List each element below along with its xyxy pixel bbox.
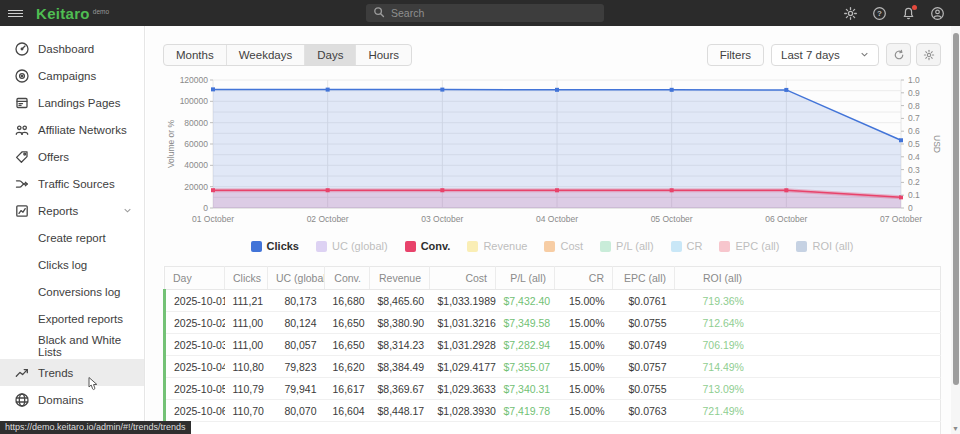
legend-item-p-l-all-[interactable]: P/L (all) (600, 240, 654, 252)
tab-hours[interactable]: Hours (356, 45, 411, 65)
sidebar-item-campaigns[interactable]: Campaigns (0, 62, 144, 89)
svg-text:1.0: 1.0 (908, 75, 920, 85)
column-header-uc-global-[interactable]: UC (global) (268, 267, 325, 290)
legend-color-swatch (405, 241, 416, 252)
refresh-button[interactable] (886, 43, 911, 66)
vertical-scrollbar[interactable]: ▼ (951, 26, 960, 434)
column-header-cost[interactable]: Cost (430, 267, 496, 290)
sidebar-item-dashboard[interactable]: Dashboard (0, 35, 144, 62)
cell-cr: 15.00% (555, 400, 613, 422)
legend-item-uc-global-[interactable]: UC (global) (316, 240, 388, 252)
tab-weekdays[interactable]: Weekdays (227, 45, 305, 65)
sidebar-item-affiliate-networks[interactable]: Affiliate Networks (0, 116, 144, 143)
cell-conv-: 16,650 (325, 312, 370, 334)
cell-clicks (225, 422, 268, 434)
column-header-roi-all-[interactable]: ROI (all) (675, 267, 941, 290)
table-row[interactable]: 2025-10-05110,7979,94116,617$8,369.67$1,… (165, 378, 941, 400)
legend-item-revenue[interactable]: Revenue (467, 240, 527, 252)
affiliate-icon (14, 122, 30, 138)
svg-text:05 October: 05 October (651, 214, 693, 224)
cell-p-l-all-: $7,349.58 (496, 312, 555, 334)
app-logo[interactable]: Keitaro demo (36, 5, 109, 22)
table-row[interactable]: 2025-10-04110,8079,82316,620$8,384.49$1,… (165, 356, 941, 378)
legend-color-swatch (796, 241, 807, 252)
column-header-day[interactable]: Day (165, 267, 225, 290)
tab-days[interactable]: Days (305, 45, 356, 65)
topbar: Keitaro demo ? (0, 0, 960, 26)
legend-item-clicks[interactable]: Clicks (251, 240, 299, 252)
cell-uc-global-: 79,823 (268, 356, 325, 378)
cell-epc-all-: $0.0749 (613, 334, 675, 356)
table-row[interactable] (165, 422, 941, 434)
cell-clicks: 110,80 (225, 356, 268, 378)
svg-text:?: ? (877, 9, 882, 18)
legend-item-cr[interactable]: CR (671, 240, 703, 252)
help-icon[interactable]: ? (871, 5, 888, 22)
cell-cost: $1,031.2928 (430, 334, 496, 356)
filters-button[interactable]: Filters (707, 44, 764, 66)
settings-button[interactable] (916, 43, 941, 66)
search-input[interactable] (391, 7, 597, 19)
sidebar-item-reports[interactable]: Reports (0, 197, 144, 224)
cell-clicks: 110,70 (225, 400, 268, 422)
column-header-conv-[interactable]: Conv. (325, 267, 370, 290)
trends-chart[interactable]: 02000040000600008000010000012000000.10.2… (163, 72, 941, 236)
date-range-select[interactable]: Last 7 days (771, 44, 879, 66)
cell-day: 2025-10-05 (165, 378, 225, 400)
sidebar-item-create-report[interactable]: Create report (0, 224, 144, 251)
sidebar-item-trends[interactable]: Trends (0, 359, 144, 386)
sidebar-item-traffic-sources[interactable]: Traffic Sources (0, 170, 144, 197)
tab-months[interactable]: Months (164, 45, 227, 65)
notifications-icon[interactable] (900, 5, 917, 22)
menu-icon[interactable] (0, 0, 30, 26)
status-url-tooltip: https://demo.keitaro.io/admin/#!/trends/… (0, 421, 191, 434)
scrollbar-down-arrow[interactable]: ▼ (951, 425, 960, 432)
sidebar-item-black-and-white-lists[interactable]: Black and White Lists (0, 332, 144, 359)
cell-clicks: 111,00 (225, 334, 268, 356)
cell-conv-: 16,650 (325, 334, 370, 356)
toolbar: MonthsWeekdaysDaysHours Filters Last 7 d… (163, 43, 941, 66)
cell-uc-global-: 80,124 (268, 312, 325, 334)
table-row[interactable]: 2025-10-02111,0080,12416,650$8,380.90$1,… (165, 312, 941, 334)
cell-cr: 15.00% (555, 312, 613, 334)
traffic-icon (14, 176, 30, 192)
notification-badge (912, 5, 917, 10)
sidebar-item-offers[interactable]: Offers (0, 143, 144, 170)
search-box[interactable] (366, 4, 604, 22)
sidebar-item-exported-reports[interactable]: Exported reports (0, 305, 144, 332)
svg-text:0.1: 0.1 (908, 190, 920, 200)
column-header-clicks[interactable]: Clicks (225, 267, 268, 290)
cell-p-l-all-: $7,282.94 (496, 334, 555, 356)
legend-item-conv-[interactable]: Conv. (405, 240, 451, 252)
sidebar-item-domains[interactable]: Domains (0, 386, 144, 413)
reports-icon (14, 203, 30, 219)
search-icon (373, 4, 385, 22)
legend-color-swatch (671, 241, 682, 252)
cell-conv- (325, 422, 370, 434)
table-row[interactable]: 2025-10-06110,7080,07016,604$8,448.17$1,… (165, 400, 941, 422)
offers-icon (14, 149, 30, 165)
trends-icon (14, 365, 30, 381)
legend-item-roi-all-[interactable]: ROI (all) (796, 240, 853, 252)
table-row[interactable]: 2025-10-01111,2180,17316,680$8,465.60$1,… (165, 290, 941, 312)
cell-epc-all-: $0.0755 (613, 312, 675, 334)
cell-roi-all-: 713.09% (675, 378, 941, 400)
cell-epc-all- (613, 422, 675, 434)
table-row[interactable]: 2025-10-03111,0080,05716,650$8,314.23$1,… (165, 334, 941, 356)
scrollbar-thumb[interactable] (953, 33, 959, 385)
column-header-epc-all-[interactable]: EPC (all) (613, 267, 675, 290)
column-header-cr[interactable]: CR (555, 267, 613, 290)
legend-item-cost[interactable]: Cost (544, 240, 583, 252)
legend-color-swatch (316, 241, 327, 252)
settings-icon[interactable] (842, 5, 859, 22)
legend-label: Cost (560, 240, 583, 252)
sidebar-item-conversions-log[interactable]: Conversions log (0, 278, 144, 305)
sidebar-item-clicks-log[interactable]: Clicks log (0, 251, 144, 278)
sidebar-item-landings-pages[interactable]: Landings Pages (0, 89, 144, 116)
account-icon[interactable] (929, 5, 946, 22)
legend-item-epc-all-[interactable]: EPC (all) (719, 240, 779, 252)
svg-text:0: 0 (203, 203, 208, 213)
column-header-revenue[interactable]: Revenue (370, 267, 430, 290)
chevron-down-icon (860, 50, 869, 59)
column-header-p-l-all-[interactable]: P/L (all) (496, 267, 555, 290)
